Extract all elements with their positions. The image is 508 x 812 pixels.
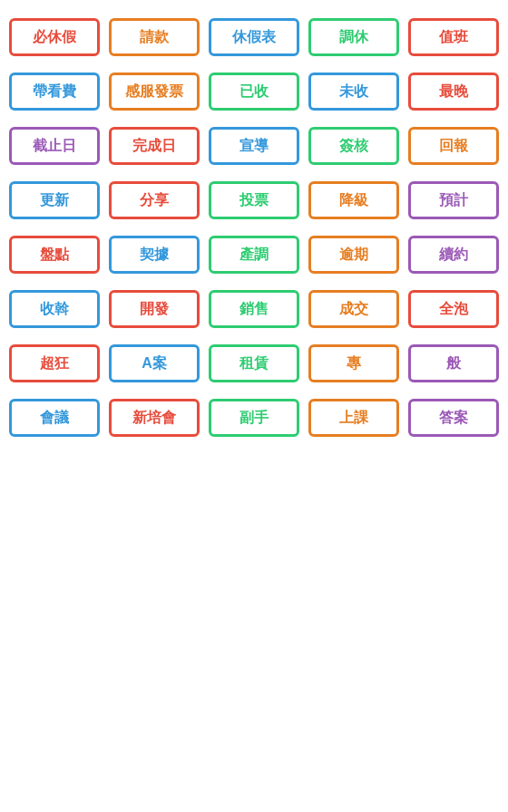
tag-21: 盤點 <box>9 236 100 274</box>
tag-31: 超狂 <box>9 344 100 382</box>
tag-17: 分享 <box>109 181 200 219</box>
tag-2: 請款 <box>109 18 200 56</box>
tag-4: 調休 <box>308 18 399 56</box>
tag-22: 契據 <box>109 236 200 274</box>
tag-3: 休假表 <box>209 18 299 56</box>
tag-24: 逾期 <box>308 236 399 274</box>
tag-32: A案 <box>109 344 200 382</box>
tag-39: 上課 <box>308 399 399 437</box>
tag-16: 更新 <box>9 181 100 219</box>
tag-grid: 必休假請款休假表調休值班帶看費感服發票已收未收最晚截止日完成日宣導簽核回報更新分… <box>9 18 499 437</box>
tag-14: 簽核 <box>308 127 399 165</box>
tag-9: 未收 <box>308 72 399 111</box>
tag-7: 感服發票 <box>109 72 200 111</box>
tag-30: 全泡 <box>408 290 499 328</box>
tag-18: 投票 <box>209 181 299 219</box>
tag-33: 租賃 <box>209 344 299 382</box>
tag-1: 必休假 <box>9 18 100 56</box>
tag-19: 降級 <box>308 181 399 219</box>
tag-5: 值班 <box>408 18 499 56</box>
tag-11: 截止日 <box>9 127 100 165</box>
tag-13: 宣導 <box>209 127 299 165</box>
tag-34: 專 <box>308 344 399 382</box>
tag-10: 最晚 <box>408 72 499 111</box>
tag-36: 會議 <box>9 399 100 437</box>
tag-37: 新培會 <box>109 399 200 437</box>
tag-38: 副手 <box>209 399 299 437</box>
tag-26: 收斡 <box>9 290 100 328</box>
tag-8: 已收 <box>209 72 299 111</box>
tag-15: 回報 <box>408 127 499 165</box>
tag-28: 銷售 <box>209 290 299 328</box>
tag-23: 產調 <box>209 236 299 274</box>
tag-35: 般 <box>408 344 499 382</box>
tag-12: 完成日 <box>109 127 200 165</box>
tag-27: 開發 <box>109 290 200 328</box>
tag-40: 答案 <box>408 399 499 437</box>
tag-25: 續約 <box>408 236 499 274</box>
tag-29: 成交 <box>308 290 399 328</box>
tag-20: 預計 <box>408 181 499 219</box>
tag-6: 帶看費 <box>9 72 100 111</box>
